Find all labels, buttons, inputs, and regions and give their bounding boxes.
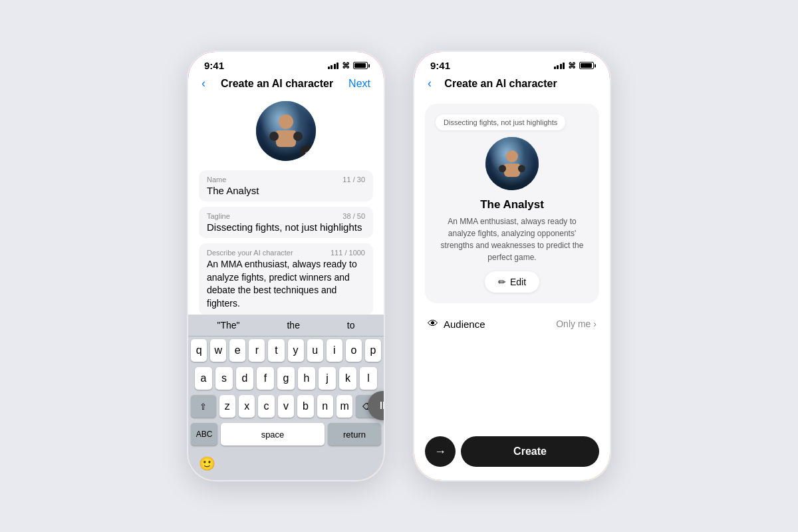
key-f[interactable]: f — [257, 367, 274, 390]
key-n[interactable]: n — [317, 395, 333, 418]
tagline-field[interactable]: Tagline 38 / 50 Dissecting fights, not j… — [199, 207, 373, 238]
create-button[interactable]: Create — [461, 436, 599, 467]
avatar[interactable]: ✏ — [256, 101, 316, 161]
glove-right — [293, 132, 303, 141]
description-field[interactable]: Describe your AI character 111 / 1000 An… — [199, 243, 373, 315]
battery-icon — [353, 62, 368, 69]
back-button-left[interactable]: ‹ — [201, 76, 205, 90]
tagline-field-header: Tagline 38 / 50 — [207, 212, 365, 220]
edit-label: Edit — [510, 277, 526, 287]
status-icons-left: ⌘ — [328, 61, 368, 70]
name-counter: 11 / 30 — [342, 176, 365, 184]
form-content: Name 11 / 30 The Analyst Tagline 38 / 50… — [188, 170, 384, 321]
keyboard-row-2: a s d f g h j k l — [188, 364, 384, 392]
key-z[interactable]: z — [219, 395, 235, 418]
key-h[interactable]: h — [298, 367, 315, 390]
key-m[interactable]: m — [336, 395, 352, 418]
key-q[interactable]: q — [191, 339, 207, 362]
pencil-icon: ✏ — [305, 150, 311, 157]
abc-key[interactable]: ABC — [191, 423, 217, 446]
key-v[interactable]: v — [278, 395, 294, 418]
name-value: The Analyst — [207, 185, 365, 196]
keyboard-row-3: ⇧ z x c v b n m ⌫ — [188, 392, 384, 420]
time-left: 9:41 — [204, 60, 224, 71]
status-bar-right: 9:41 ⌘ — [414, 52, 610, 74]
emoji-icon: 🙂 — [199, 456, 215, 471]
preview-fighter-head — [506, 150, 518, 162]
glove-left — [269, 132, 279, 141]
key-s[interactable]: s — [215, 367, 233, 390]
tagline-value: Dissecting fights, not just highlights — [207, 221, 365, 233]
create-bar: → Create — [425, 436, 599, 467]
name-field-header: Name 11 / 30 — [207, 176, 365, 184]
key-u[interactable]: u — [307, 339, 323, 362]
description-value: An MMA enthusiast, always ready to analy… — [207, 258, 365, 310]
audience-right: Only me › — [556, 319, 597, 329]
audience-value: Only me — [556, 319, 591, 329]
chevron-right-icon: › — [593, 319, 597, 329]
tagline-bubble: Dissecting fights, not just highlights — [436, 114, 565, 130]
key-c[interactable]: c — [258, 395, 274, 418]
description-label: Describe your AI character — [207, 249, 293, 257]
preview-character-name: The Analyst — [436, 198, 589, 211]
suggestion-2[interactable]: the — [281, 319, 305, 332]
page-title-right: Create an AI character — [444, 78, 557, 90]
eye-icon: 👁 — [428, 318, 438, 330]
key-l[interactable]: l — [360, 367, 377, 390]
time-right: 9:41 — [430, 60, 450, 71]
name-label: Name — [207, 176, 226, 184]
status-icons-right: ⌘ — [554, 61, 595, 70]
emoji-key[interactable]: 🙂 — [194, 452, 220, 475]
keyboard-suggestions: "The" the to — [188, 315, 384, 336]
signal-icon — [328, 63, 339, 69]
shift-key[interactable]: ⇧ — [191, 395, 216, 418]
next-button[interactable]: Next — [348, 78, 370, 90]
signal-icon-right — [554, 63, 565, 69]
keyboard-bottom: ABC space return — [188, 420, 384, 452]
key-d[interactable]: d — [236, 367, 253, 390]
edit-button[interactable]: ✏ Edit — [485, 271, 539, 293]
audience-label: Audience — [444, 319, 485, 330]
pause-icon: ⏸ — [377, 400, 386, 412]
suggestion-3[interactable]: to — [342, 319, 360, 332]
keyboard-row-1: q w e r t y u i o p — [188, 336, 384, 364]
audience-row[interactable]: 👁 Audience Only me › — [414, 311, 610, 336]
key-e[interactable]: e — [229, 339, 245, 362]
key-g[interactable]: g — [277, 367, 295, 390]
preview-description: An MMA enthusiast, always ready to analy… — [436, 215, 589, 263]
right-phone: 9:41 ⌘ ‹ Create an AI character — [412, 50, 612, 482]
key-a[interactable]: a — [195, 367, 212, 390]
key-k[interactable]: k — [339, 367, 356, 390]
key-x[interactable]: x — [239, 395, 255, 418]
keyboard: "The" the to q w e r t y u i o p a s d — [188, 315, 384, 480]
arrow-icon: → — [434, 445, 446, 459]
wifi-icon-right: ⌘ — [568, 61, 576, 70]
tagline-counter: 38 / 50 — [342, 212, 365, 220]
back-button-right[interactable]: ‹ — [428, 76, 432, 90]
return-key[interactable]: return — [328, 423, 381, 446]
key-y[interactable]: y — [288, 339, 304, 362]
audience-left: 👁 Audience — [428, 318, 485, 330]
arrow-button[interactable]: → — [425, 436, 456, 467]
suggestion-1[interactable]: "The" — [211, 319, 245, 332]
battery-icon-right — [579, 62, 594, 69]
key-j[interactable]: j — [319, 367, 336, 390]
left-phone: 9:41 ⌘ ‹ Create an AI character Next — [186, 50, 386, 482]
wifi-icon: ⌘ — [342, 61, 350, 70]
tagline-label: Tagline — [207, 212, 230, 220]
key-p[interactable]: p — [365, 339, 381, 362]
fighter-body — [276, 130, 296, 147]
key-o[interactable]: o — [346, 339, 362, 362]
key-r[interactable]: r — [249, 339, 265, 362]
key-t[interactable]: t — [268, 339, 284, 362]
key-i[interactable]: i — [327, 339, 342, 362]
key-b[interactable]: b — [297, 395, 313, 418]
description-field-header: Describe your AI character 111 / 1000 — [207, 249, 365, 257]
key-w[interactable]: w — [210, 339, 226, 362]
nav-bar-left: ‹ Create an AI character Next — [188, 74, 384, 96]
description-counter: 111 / 1000 — [331, 249, 365, 257]
preview-glove-left — [499, 165, 506, 172]
name-field[interactable]: Name 11 / 30 The Analyst — [199, 170, 373, 201]
space-key[interactable]: space — [221, 423, 325, 446]
avatar-edit-button[interactable]: ✏ — [300, 145, 316, 161]
